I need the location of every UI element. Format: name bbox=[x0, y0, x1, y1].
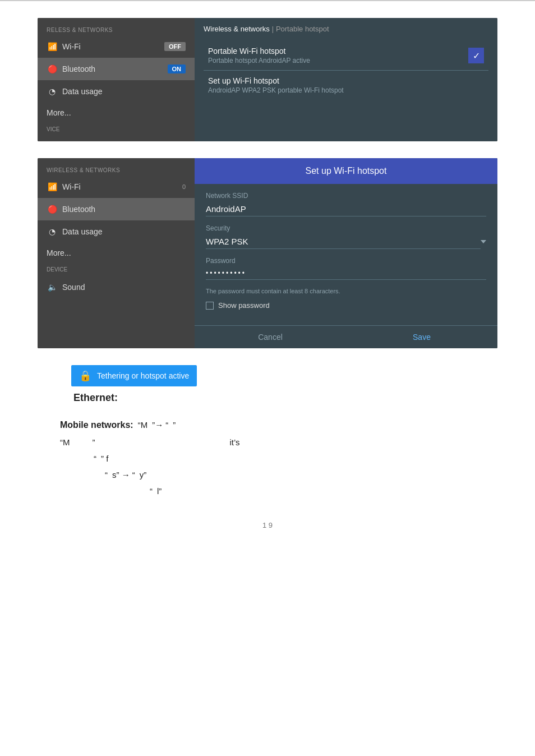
top-divider bbox=[0, 0, 535, 1]
dialog-title: Set up Wi-Fi hotspot bbox=[195, 158, 497, 184]
panel2-wifi-item[interactable]: 📶 Wi-Fi 0 bbox=[38, 176, 195, 198]
password-hint: The password must contain at least 8 cha… bbox=[206, 288, 486, 294]
panel1-content: Wireless & networks | Portable hotspot P… bbox=[195, 18, 497, 141]
portable-wifi-sub: Portable hotspot AndroidAP active bbox=[208, 57, 310, 64]
setup-wifi-item[interactable]: Set up Wi-Fi hotspot AndroidAP WPA2 PSK … bbox=[204, 71, 488, 100]
mobile-f: ” f bbox=[101, 451, 108, 466]
breadcrumb-wireless: Wireless & networks bbox=[204, 25, 270, 33]
wifi-icon: 📶 bbox=[47, 41, 58, 52]
panel2-sidebar: WIRELESS & NETWORKS 📶 Wi-Fi 0 🔴 Bluetoot… bbox=[38, 158, 195, 348]
breadcrumb-hotspot: Portable hotspot bbox=[276, 25, 329, 33]
cancel-button[interactable]: Cancel bbox=[195, 326, 346, 348]
mobile-its: it’s bbox=[230, 435, 240, 450]
setup-wifi-sub: AndroidAP WPA2 PSK portable Wi-Fi hotspo… bbox=[208, 86, 344, 94]
mobile-y: y” bbox=[140, 467, 147, 482]
panel1-data-item[interactable]: ◔ Data usage bbox=[38, 80, 195, 103]
tethering-text: Tethering or hotspot active bbox=[97, 371, 189, 380]
mobile-s-arrow: s” → “ bbox=[112, 467, 135, 482]
panel1-bluetooth-label: 🔴 Bluetooth bbox=[47, 63, 95, 75]
panel2-device-label: DEVICE bbox=[38, 263, 195, 276]
setup-wifi-main: Set up Wi-Fi hotspot bbox=[208, 76, 344, 85]
show-password-checkbox[interactable] bbox=[206, 302, 214, 310]
checkmark-icon: ✓ bbox=[468, 48, 484, 63]
save-button[interactable]: Save bbox=[346, 326, 497, 348]
mobile-quote5: “ bbox=[150, 483, 153, 499]
data-icon: ◔ bbox=[47, 86, 58, 97]
show-password-row[interactable]: Show password bbox=[206, 301, 486, 310]
mobile-quote4: “ bbox=[105, 467, 108, 482]
password-value[interactable]: •••••••••• bbox=[206, 267, 486, 280]
panel1-more-item[interactable]: More... bbox=[38, 103, 195, 123]
mobile-networks-bold: Mobile networks: bbox=[60, 417, 133, 434]
panel2-data-label: ◔ Data usage bbox=[47, 226, 103, 237]
panel2-wifi-label: 📶 Wi-Fi bbox=[47, 181, 81, 192]
wifi-badge: 0 bbox=[182, 183, 186, 190]
panel2-more-item[interactable]: More... bbox=[38, 243, 195, 263]
panel2-sound-item[interactable]: 🔈 Sound bbox=[38, 276, 195, 298]
security-row: WPA2 PSK bbox=[206, 234, 486, 249]
breadcrumb: Wireless & networks | Portable hotspot bbox=[204, 25, 488, 33]
security-field: Security WPA2 PSK bbox=[206, 224, 486, 249]
network-ssid-label: Network SSID bbox=[206, 192, 486, 200]
panel-tethering: 🔒 Tethering or hotspot active Ethernet: bbox=[38, 365, 497, 404]
show-password-label: Show password bbox=[218, 301, 270, 310]
panel2-section-label: WIRELESS & NETWORKS bbox=[38, 164, 195, 176]
bluetooth-icon-2: 🔴 bbox=[47, 204, 58, 215]
data-icon-2: ◔ bbox=[47, 226, 58, 237]
wifi-toggle[interactable]: OFF bbox=[164, 42, 186, 51]
panel1-section-label: RELESS & NETWORKS bbox=[38, 24, 195, 35]
page-number: 1 9 bbox=[0, 521, 535, 541]
panel2-dialog: Set up Wi-Fi hotspot Network SSID Androi… bbox=[195, 158, 497, 348]
panel1-wifi-label: 📶 Wi-Fi bbox=[47, 41, 81, 52]
mobile-m1: “M bbox=[138, 417, 148, 432]
security-dropdown-arrow bbox=[481, 240, 486, 243]
dialog-buttons: Cancel Save bbox=[195, 325, 497, 348]
panel1-sidebar: RELESS & NETWORKS 📶 Wi-Fi OFF 🔴 Bluetoot… bbox=[38, 18, 195, 141]
portable-wifi-main: Portable Wi-Fi hotspot bbox=[208, 47, 310, 56]
panel1-wifi-item[interactable]: 📶 Wi-Fi OFF bbox=[38, 35, 195, 58]
panel-mobile-networks: Mobile networks: “M ”→ “ ” “M ” it’s “ ”… bbox=[38, 417, 497, 499]
bluetooth-toggle[interactable]: ON bbox=[168, 64, 186, 73]
wifi-icon-2: 📶 bbox=[47, 181, 58, 192]
mobile-quote1: ” bbox=[173, 417, 176, 432]
panel1-bluetooth-item[interactable]: 🔴 Bluetooth ON bbox=[38, 58, 195, 80]
network-ssid-value[interactable]: AndroidAP bbox=[206, 202, 486, 216]
panel2-bluetooth-item[interactable]: 🔴 Bluetooth bbox=[38, 198, 195, 220]
portable-wifi-item[interactable]: Portable Wi-Fi hotspot Portable hotspot … bbox=[204, 41, 488, 71]
mobile-quote2: ” bbox=[93, 435, 95, 450]
network-ssid-field: Network SSID AndroidAP bbox=[206, 192, 486, 216]
ethernet-label: Ethernet: bbox=[71, 392, 497, 404]
panel2-bluetooth-label: 🔴 Bluetooth bbox=[47, 204, 95, 215]
panel-wireless-networks: RELESS & NETWORKS 📶 Wi-Fi OFF 🔴 Bluetoot… bbox=[38, 18, 497, 141]
mobile-arrow1: ”→ “ bbox=[152, 417, 168, 432]
mobile-m2: “M bbox=[60, 435, 70, 450]
portable-wifi-text: Portable Wi-Fi hotspot Portable hotspot … bbox=[208, 47, 310, 64]
mobile-l: l” bbox=[157, 483, 162, 499]
panel-setup-hotspot: WIRELESS & NETWORKS 📶 Wi-Fi 0 🔴 Bluetoot… bbox=[38, 158, 497, 348]
panel2-sound-label: 🔈 Sound bbox=[47, 282, 85, 293]
security-value[interactable]: WPA2 PSK bbox=[206, 234, 481, 249]
sound-icon: 🔈 bbox=[47, 282, 58, 293]
panel2-data-item[interactable]: ◔ Data usage bbox=[38, 220, 195, 243]
tethering-icon: 🔒 bbox=[79, 370, 91, 382]
panel1-vice-label: VICE bbox=[38, 123, 195, 136]
breadcrumb-separator: | bbox=[272, 25, 274, 33]
tethering-bar: 🔒 Tethering or hotspot active bbox=[71, 365, 197, 386]
dialog-body: Network SSID AndroidAP Security WPA2 PSK… bbox=[195, 184, 497, 325]
password-field: Password •••••••••• bbox=[206, 257, 486, 280]
password-label: Password bbox=[206, 257, 486, 265]
setup-wifi-text: Set up Wi-Fi hotspot AndroidAP WPA2 PSK … bbox=[208, 76, 344, 94]
security-label: Security bbox=[206, 224, 486, 232]
bluetooth-icon: 🔴 bbox=[47, 63, 58, 75]
mobile-quote3: “ bbox=[94, 451, 96, 466]
panel1-data-label: ◔ Data usage bbox=[47, 86, 103, 97]
